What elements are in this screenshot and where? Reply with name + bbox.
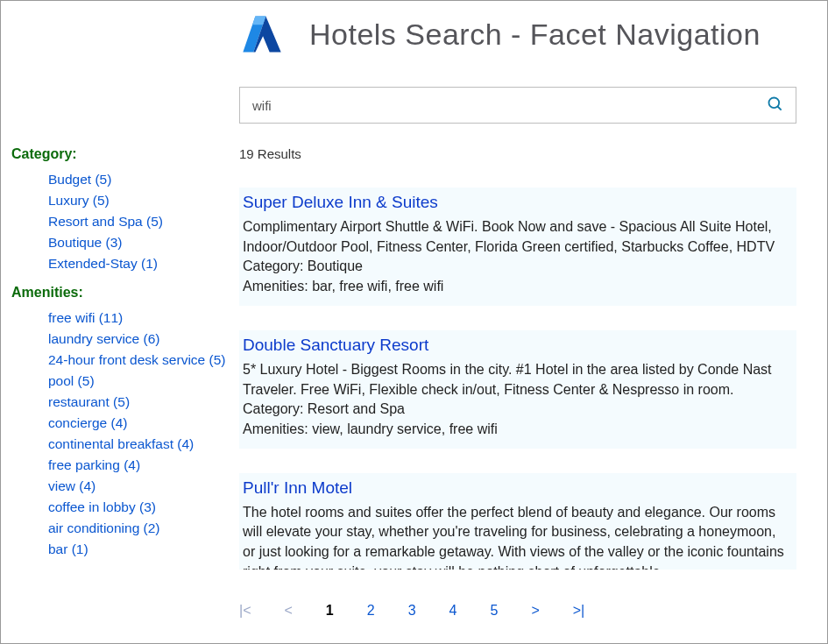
- facet-link[interactable]: view (4): [48, 478, 96, 493]
- facet-link[interactable]: free parking (4): [48, 457, 140, 472]
- search-bar: [239, 87, 796, 124]
- facet-list-category: Budget (5) Luxury (5) Resort and Spa (5)…: [48, 171, 232, 272]
- pager-first[interactable]: |<: [239, 603, 251, 619]
- facet-link[interactable]: free wifi (11): [48, 310, 123, 325]
- facet-link[interactable]: Budget (5): [48, 172, 111, 187]
- facet-list-amenities: free wifi (11) laundry service (6) 24-ho…: [48, 309, 232, 558]
- facet-item: pool (5): [48, 372, 232, 390]
- facet-item: free parking (4): [48, 456, 232, 474]
- result-category: Category: Resort and Spa: [243, 400, 788, 420]
- facet-item: continental breakfast (4): [48, 435, 232, 453]
- results-area: 19 Results Super Deluxe Inn & Suites Com…: [239, 146, 796, 570]
- pager-page-4[interactable]: 4: [449, 603, 457, 619]
- facet-link[interactable]: coffee in lobby (3): [48, 499, 156, 514]
- pager-last[interactable]: >|: [573, 603, 585, 619]
- facet-item: Extended-Stay (1): [48, 255, 232, 272]
- results-count: 19 Results: [239, 146, 796, 161]
- facet-item: 24-hour front desk service (5): [48, 351, 232, 369]
- pager: |< < 1 2 3 4 5 > >|: [239, 603, 584, 619]
- pager-page-5[interactable]: 5: [490, 603, 498, 619]
- pager-prev[interactable]: <: [285, 603, 293, 619]
- facet-link[interactable]: laundry service (6): [48, 331, 160, 346]
- pager-page-1: 1: [326, 603, 334, 619]
- facet-link[interactable]: pool (5): [48, 373, 95, 388]
- result-title-link[interactable]: Double Sanctuary Resort: [243, 336, 788, 355]
- result-amenities: Amenities: view, laundry service, free w…: [243, 420, 788, 440]
- facet-item: laundry service (6): [48, 330, 232, 348]
- facet-item: air conditioning (2): [48, 520, 232, 537]
- facet-item: Luxury (5): [48, 192, 232, 209]
- facet-item: view (4): [48, 478, 232, 495]
- facet-item: coffee in lobby (3): [48, 499, 232, 516]
- facet-link[interactable]: air conditioning (2): [48, 520, 160, 535]
- result-amenities: Amenities: bar, free wifi, free wifi: [243, 277, 788, 297]
- facet-item: Budget (5): [48, 171, 232, 188]
- result-category: Category: Boutique: [243, 257, 788, 277]
- facet-link[interactable]: continental breakfast (4): [48, 436, 194, 451]
- svg-point-0: [769, 97, 780, 108]
- search-icon: [767, 96, 784, 116]
- result-description: 5* Luxury Hotel - Biggest Rooms in the c…: [243, 360, 788, 400]
- results-list: Super Deluxe Inn & Suites Complimentary …: [239, 188, 796, 570]
- result-title-link[interactable]: Pull'r Inn Motel: [243, 478, 788, 498]
- facet-item: restaurant (5): [48, 393, 232, 411]
- facet-link[interactable]: Luxury (5): [48, 193, 110, 208]
- svg-line-1: [778, 106, 782, 110]
- result-card: Double Sanctuary Resort 5* Luxury Hotel …: [239, 330, 796, 449]
- result-card: Pull'r Inn Motel The hotel rooms and sui…: [239, 473, 796, 570]
- pager-page-3[interactable]: 3: [408, 603, 416, 619]
- facet-item: Boutique (3): [48, 234, 232, 251]
- search-input[interactable]: [240, 88, 755, 123]
- pager-next[interactable]: >: [531, 603, 539, 619]
- facet-link[interactable]: Resort and Spa (5): [48, 214, 163, 229]
- facet-heading-amenities: Amenities:: [11, 285, 232, 301]
- search-button[interactable]: [755, 88, 796, 123]
- result-title-link[interactable]: Super Deluxe Inn & Suites: [243, 193, 788, 212]
- facet-link[interactable]: restaurant (5): [48, 394, 130, 409]
- facet-link[interactable]: bar (1): [48, 541, 88, 556]
- result-card: Super Deluxe Inn & Suites Complimentary …: [239, 188, 796, 306]
- facet-item: Resort and Spa (5): [48, 213, 232, 230]
- azure-logo-icon: [239, 11, 285, 57]
- facet-item: free wifi (11): [48, 309, 232, 327]
- facet-link[interactable]: concierge (4): [48, 415, 127, 430]
- facet-sidebar: Category: Budget (5) Luxury (5) Resort a…: [11, 146, 232, 562]
- header: Hotels Search - Facet Navigation: [239, 11, 761, 57]
- facet-item: bar (1): [48, 541, 232, 558]
- page-title: Hotels Search - Facet Navigation: [309, 18, 761, 52]
- facet-heading-category: Category:: [11, 146, 232, 162]
- pager-page-2[interactable]: 2: [367, 603, 375, 619]
- result-description: The hotel rooms and suites offer the per…: [243, 503, 788, 570]
- app-window: Hotels Search - Facet Navigation Categor…: [0, 0, 828, 644]
- facet-link[interactable]: Boutique (3): [48, 235, 122, 250]
- facet-item: concierge (4): [48, 414, 232, 432]
- facet-link[interactable]: 24-hour front desk service (5): [48, 352, 225, 367]
- facet-link[interactable]: Extended-Stay (1): [48, 256, 158, 271]
- result-description: Complimentary Airport Shuttle & WiFi. Bo…: [243, 217, 788, 257]
